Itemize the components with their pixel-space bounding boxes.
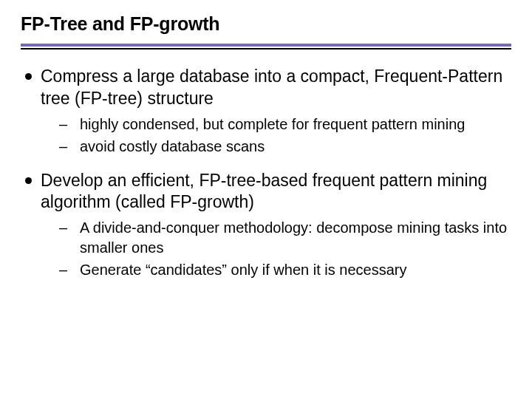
sublist: – highly condensed, but complete for fre… bbox=[25, 115, 511, 157]
rule-black bbox=[21, 48, 511, 50]
slide-title: FP-Tree and FP-growth bbox=[21, 13, 511, 35]
bullet-block: Compress a large database into a compact… bbox=[25, 66, 511, 157]
bullet-text: Compress a large database into a compact… bbox=[41, 66, 511, 110]
bullet-dash-icon: – bbox=[59, 115, 69, 134]
bullet-level1: Compress a large database into a compact… bbox=[25, 66, 511, 110]
rule-purple bbox=[21, 44, 511, 47]
sublist: – A divide-and-conquer methodology: deco… bbox=[25, 218, 511, 279]
bullet-level1: Develop an efficient, FP-tree-based freq… bbox=[25, 170, 511, 214]
subbullet-text: Generate “candidates” only if when it is… bbox=[80, 260, 406, 279]
bullet-dot-icon bbox=[25, 177, 32, 184]
bullet-dash-icon: – bbox=[59, 260, 69, 279]
subbullet-text: avoid costly database scans bbox=[80, 137, 265, 156]
bullet-level2: – A divide-and-conquer methodology: deco… bbox=[59, 218, 511, 257]
bullet-text: Develop an efficient, FP-tree-based freq… bbox=[41, 170, 511, 214]
subbullet-text: highly condensed, but complete for frequ… bbox=[80, 115, 465, 134]
bullet-level2: – avoid costly database scans bbox=[59, 137, 511, 156]
subbullet-text: A divide-and-conquer methodology: decomp… bbox=[80, 218, 511, 257]
slide: FP-Tree and FP-growth Compress a large d… bbox=[0, 0, 532, 399]
bullet-block: Develop an efficient, FP-tree-based freq… bbox=[25, 170, 511, 280]
bullet-dash-icon: – bbox=[59, 218, 69, 237]
title-rule bbox=[21, 44, 511, 50]
bullet-dash-icon: – bbox=[59, 137, 69, 156]
bullet-level2: – highly condensed, but complete for fre… bbox=[59, 115, 511, 134]
bullet-level2: – Generate “candidates” only if when it … bbox=[59, 260, 511, 279]
content-area: Compress a large database into a compact… bbox=[21, 66, 511, 280]
bullet-dot-icon bbox=[25, 73, 32, 80]
